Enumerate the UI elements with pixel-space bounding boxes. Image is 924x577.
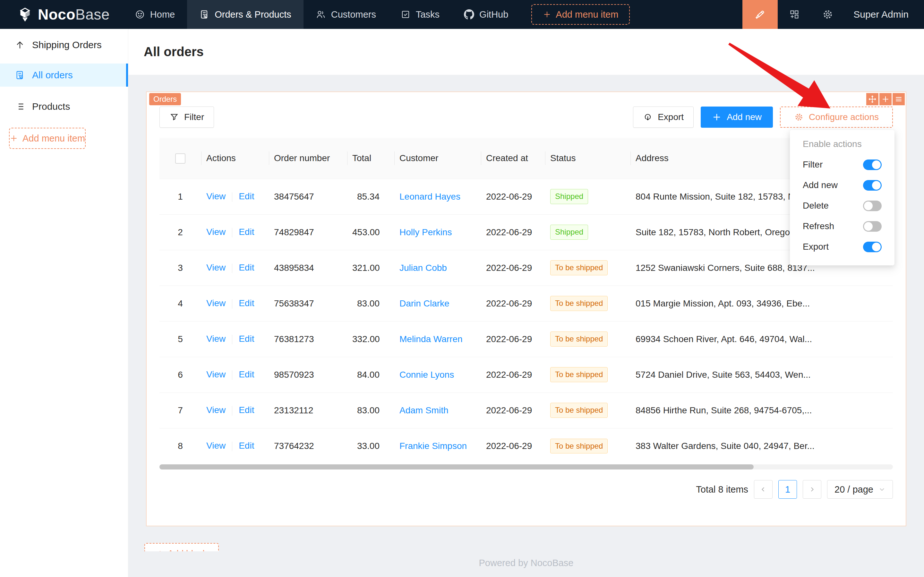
- edit-link[interactable]: Edit: [239, 227, 254, 237]
- order-number-cell: 76381273: [269, 321, 347, 357]
- navbar-tabs: Home Orders & Products Cust: [122, 0, 521, 29]
- edit-link[interactable]: Edit: [239, 369, 254, 379]
- created-at-cell: 2022-06-29: [481, 214, 545, 250]
- settings-button[interactable]: [811, 0, 844, 29]
- table-row: 3 ViewEdit 43895834 321.00 Julian Cobb 2…: [159, 250, 893, 285]
- column-header-actions[interactable]: Actions: [201, 138, 269, 179]
- plus-icon: [543, 10, 551, 19]
- column-header-status[interactable]: Status: [545, 138, 631, 179]
- export-button[interactable]: Export: [633, 106, 694, 128]
- customer-link[interactable]: Melinda Warren: [399, 334, 463, 344]
- export-toggle[interactable]: [863, 242, 882, 252]
- column-header-order-number[interactable]: Order number: [269, 138, 347, 179]
- blocks-grid-plus-icon: [789, 9, 800, 20]
- edit-link[interactable]: Edit: [239, 298, 254, 308]
- dropdown-item-refresh[interactable]: Refresh: [790, 216, 895, 237]
- column-header-total[interactable]: Total: [347, 138, 394, 179]
- user-menu[interactable]: Super Admin: [844, 9, 924, 20]
- add-new-button[interactable]: Add new: [701, 106, 773, 128]
- sidebar-item-products[interactable]: Products: [0, 95, 128, 118]
- filter-button[interactable]: Filter: [159, 106, 214, 128]
- sidebar-item-all-orders[interactable]: All orders: [0, 64, 128, 87]
- pagination-prev-button[interactable]: [754, 480, 773, 499]
- status-badge: To be shipped: [550, 367, 608, 382]
- dropdown-item-delete[interactable]: Delete: [790, 195, 895, 216]
- view-link[interactable]: View: [206, 227, 225, 237]
- row-index: 2: [159, 214, 201, 250]
- column-header-customer[interactable]: Customer: [394, 138, 481, 179]
- created-at-cell: 2022-06-29: [481, 285, 545, 321]
- pagination-page-1[interactable]: 1: [778, 480, 797, 499]
- add-new-toggle[interactable]: [863, 180, 882, 191]
- edit-link[interactable]: Edit: [239, 191, 254, 201]
- page-size-select[interactable]: 20 / page: [827, 480, 893, 499]
- customer-link[interactable]: Adam Smith: [399, 405, 449, 415]
- column-header-created-at[interactable]: Created at: [481, 138, 545, 179]
- left-sidebar: Shipping Orders All orders Products Add …: [0, 29, 128, 577]
- customer-link[interactable]: Connie Lyons: [399, 370, 454, 380]
- refresh-toggle[interactable]: [863, 221, 882, 232]
- highlighter-icon: [754, 9, 766, 20]
- customer-link[interactable]: Darin Clarke: [399, 298, 449, 308]
- sidebar-add-menu-item-button[interactable]: Add menu item: [9, 128, 86, 149]
- view-link[interactable]: View: [206, 334, 225, 344]
- view-link[interactable]: View: [206, 298, 225, 308]
- nav-tab-github[interactable]: GitHub: [452, 0, 520, 29]
- nav-tab-customers[interactable]: Customers: [304, 0, 388, 29]
- sidebar-group-shipping-orders[interactable]: Shipping Orders: [0, 33, 128, 56]
- edit-link[interactable]: Edit: [239, 263, 254, 272]
- view-link[interactable]: View: [206, 191, 225, 201]
- edit-link[interactable]: Edit: [239, 334, 254, 344]
- dropdown-title: Enable actions: [790, 136, 895, 154]
- dropdown-item-filter[interactable]: Filter: [790, 154, 895, 175]
- table-header-row: Actions Order number Total Customer Crea…: [159, 138, 893, 179]
- page-content: Orders Filter: [128, 75, 924, 577]
- pagination: Total 8 items 1 20 / page: [696, 479, 893, 500]
- edit-link[interactable]: Edit: [239, 441, 254, 451]
- add-block-button[interactable]: Add block: [144, 543, 219, 551]
- address-cell: 015 Margie Mission, Apt. 093, 34936, Ebe…: [631, 285, 893, 321]
- orders-table: Actions Order number Total Customer Crea…: [159, 138, 893, 464]
- dropdown-item-add-new[interactable]: Add new: [790, 175, 895, 195]
- ui-editor-button[interactable]: [742, 0, 778, 29]
- block-add-icon[interactable]: [879, 93, 892, 105]
- edit-link[interactable]: Edit: [239, 405, 254, 415]
- row-index: 5: [159, 321, 201, 357]
- total-cell: 321.00: [347, 250, 394, 285]
- navbar-add-menu-item-button[interactable]: Add menu item: [531, 4, 630, 25]
- configure-actions-button[interactable]: Configure actions: [780, 106, 893, 128]
- add-block-button-clipped[interactable]: Add block: [144, 543, 219, 551]
- chevron-down-icon: [879, 486, 885, 493]
- filter-toggle[interactable]: [863, 160, 882, 170]
- view-link[interactable]: View: [206, 263, 225, 272]
- customer-link[interactable]: Frankie Simpson: [399, 441, 467, 451]
- divider: [232, 406, 232, 416]
- page-header: All orders: [128, 29, 924, 75]
- plugin-blocks-button[interactable]: [778, 0, 811, 29]
- dropdown-item-export[interactable]: Export: [790, 237, 895, 257]
- block-menu-icon[interactable]: [893, 93, 905, 105]
- customer-link[interactable]: Holly Perkins: [399, 227, 452, 237]
- nav-tab-orders-products[interactable]: Orders & Products: [187, 0, 304, 29]
- pagination-next-button[interactable]: [803, 480, 821, 499]
- enable-actions-dropdown: Enable actions Filter Add new Delete Ref…: [790, 130, 895, 265]
- drag-handle-icon[interactable]: [866, 93, 879, 105]
- powered-by-footer: Powered by NocoBase: [128, 558, 924, 568]
- status-badge: To be shipped: [550, 439, 608, 453]
- divider: [232, 299, 232, 309]
- view-link[interactable]: View: [206, 369, 225, 379]
- customer-link[interactable]: Julian Cobb: [399, 263, 447, 273]
- nav-tab-tasks[interactable]: Tasks: [388, 0, 452, 29]
- nav-tab-home[interactable]: Home: [122, 0, 187, 29]
- select-all-checkbox[interactable]: [175, 153, 185, 164]
- created-at-cell: 2022-06-29: [481, 357, 545, 392]
- page-title: All orders: [144, 45, 204, 59]
- order-number-cell: 23132112: [269, 392, 347, 428]
- delete-toggle[interactable]: [863, 201, 882, 211]
- scrollbar-thumb[interactable]: [159, 464, 753, 469]
- view-link[interactable]: View: [206, 405, 225, 415]
- customer-link[interactable]: Leonard Hayes: [399, 192, 460, 201]
- horizontal-scrollbar[interactable]: [159, 464, 893, 469]
- view-link[interactable]: View: [206, 441, 225, 451]
- address-cell: 84856 Hirthe Run, Suite 268, 94754-6705,…: [631, 392, 893, 428]
